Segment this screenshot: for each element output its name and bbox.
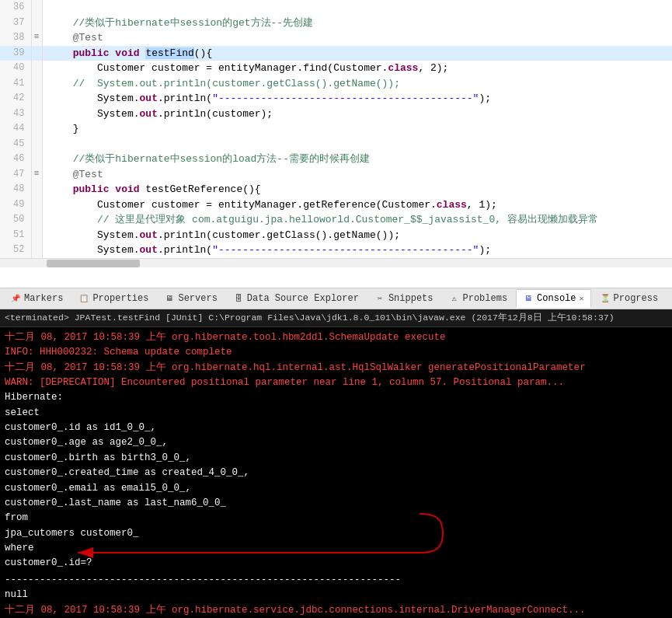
tab-datasource-label: Data Source Explorer xyxy=(247,293,359,304)
snippets-icon: ✂ xyxy=(374,293,385,304)
line-marker xyxy=(31,106,42,122)
tab-snippets-label: Snippets xyxy=(388,293,433,304)
line-marker xyxy=(31,137,42,152)
table-row: 38 ≡ @Test xyxy=(0,30,672,46)
code-line: } xyxy=(42,121,672,137)
tab-console-label: Console xyxy=(537,293,576,304)
tab-progress[interactable]: ⏳ Progress xyxy=(593,289,666,308)
line-marker: ≡ xyxy=(31,167,42,183)
console-area: <terminated> JPATest.testFind [JUnit] C:… xyxy=(0,309,672,618)
tab-servers[interactable]: 🖥 Servers xyxy=(157,289,224,308)
line-marker: ≡ xyxy=(31,30,42,46)
code-line: public void testFind(){ xyxy=(42,46,672,61)
close-icon[interactable]: ✕ xyxy=(580,294,584,303)
code-line: //类似于hibernate中session的load方法--需要的时候再创建 xyxy=(42,152,672,167)
scrollbar-thumb[interactable] xyxy=(47,260,140,267)
problems-icon: ⚠ xyxy=(449,293,460,304)
tab-snippets[interactable]: ✂ Snippets xyxy=(367,289,440,308)
tab-problems[interactable]: ⚠ Problems xyxy=(442,289,515,308)
servers-icon: 🖥 xyxy=(164,293,175,304)
console-header: <terminated> JPATest.testFind [JUnit] C:… xyxy=(0,309,672,327)
table-row: 52 System.out.println("-----------------… xyxy=(0,243,672,258)
line-number: 39 xyxy=(0,46,31,61)
tab-properties[interactable]: 📋 Properties xyxy=(71,289,155,308)
properties-icon: 📋 xyxy=(78,293,89,304)
table-row: 44 } xyxy=(0,121,672,137)
console-line-null: null xyxy=(5,588,667,602)
line-number: 40 xyxy=(0,61,31,76)
line-number: 43 xyxy=(0,106,31,122)
console-line: 十二月 08, 2017 10:58:39 上午 org.hibernate.t… xyxy=(5,330,667,345)
line-number: 42 xyxy=(0,91,31,106)
line-number: 44 xyxy=(0,121,31,137)
console-toolbar: 📌 Markers 📋 Properties 🖥 Servers 🗄 Data … xyxy=(0,288,672,309)
code-line xyxy=(42,137,672,152)
tab-progress-label: Progress xyxy=(614,293,659,304)
code-line: System.out.println(customer.getClass().g… xyxy=(42,228,672,243)
line-number: 47 xyxy=(0,167,31,183)
line-number: 45 xyxy=(0,137,31,152)
table-row: 41 // System.out.println(customer.getCla… xyxy=(0,76,672,92)
console-line-warn: WARN: [DEPRECATION] Encountered position… xyxy=(5,375,667,390)
line-marker xyxy=(31,46,42,61)
table-row: 45 xyxy=(0,137,672,152)
code-line: Customer customer = entityManager.find(C… xyxy=(42,61,672,76)
table-row: 47 ≡ @Test xyxy=(0,167,672,183)
line-number: 49 xyxy=(0,197,31,213)
code-line: @Test xyxy=(42,30,672,46)
line-number: 48 xyxy=(0,182,31,197)
datasource-icon: 🗄 xyxy=(233,293,244,304)
code-editor: 36 37 //类似于hibernate中session的get方法--先创建 … xyxy=(0,0,672,288)
horizontal-scrollbar[interactable] xyxy=(0,258,672,267)
table-row: 46 //类似于hibernate中session的load方法--需要的时候再… xyxy=(0,152,672,167)
line-number: 41 xyxy=(0,76,31,92)
console-line: customer0_.email as email5_0_0_, xyxy=(5,481,667,496)
console-line: jpa_cutomers customer0_ xyxy=(5,526,667,541)
table-row: 36 xyxy=(0,0,672,16)
line-marker xyxy=(31,197,42,213)
table-row: 40 Customer customer = entityManager.fin… xyxy=(0,61,672,76)
line-number: 37 xyxy=(0,16,31,31)
table-row: 51 System.out.println(customer.getClass(… xyxy=(0,228,672,243)
markers-icon: 📌 xyxy=(10,293,21,304)
line-number: 38 xyxy=(0,30,31,46)
code-line: System.out.println("--------------------… xyxy=(42,91,672,106)
console-line: customer0_.id=? xyxy=(5,556,667,571)
progress-icon: ⏳ xyxy=(600,293,611,304)
code-line: public void testGetReference(){ xyxy=(42,182,672,197)
code-line: Customer customer = entityManager.getRef… xyxy=(42,197,672,213)
line-marker xyxy=(31,228,42,243)
console-line-dashes: ----------------------------------------… xyxy=(5,573,667,588)
tab-markers[interactable]: 📌 Markers xyxy=(3,289,70,308)
console-line: customer0_.id as id1_0_0_, xyxy=(5,421,667,435)
line-marker xyxy=(31,152,42,167)
code-line xyxy=(42,0,672,16)
line-marker xyxy=(31,16,42,31)
tab-console[interactable]: 🖥 Console ✕ xyxy=(516,289,590,308)
tab-servers-label: Servers xyxy=(178,293,217,304)
table-row: 48 public void testGetReference(){ xyxy=(0,182,672,197)
line-marker xyxy=(31,243,42,258)
line-number: 36 xyxy=(0,0,31,16)
console-icon: 🖥 xyxy=(523,293,534,304)
console-line: where xyxy=(5,541,667,556)
line-number: 51 xyxy=(0,228,31,243)
console-line: customer0_.last_name as last_nam6_0_0_ xyxy=(5,496,667,511)
code-line: // 这里是代理对象 com.atguigu.jpa.helloworld.Cu… xyxy=(42,212,672,228)
console-line: Hibernate: xyxy=(5,390,667,405)
tab-datasource[interactable]: 🗄 Data Source Explorer xyxy=(226,289,366,308)
table-row: 39 public void testFind(){ xyxy=(0,46,672,61)
console-line: 十二月 08, 2017 10:58:39 上午 org.hibernate.h… xyxy=(5,361,667,375)
code-line: @Test xyxy=(42,167,672,183)
console-body: 十二月 08, 2017 10:58:39 上午 org.hibernate.t… xyxy=(0,327,672,618)
code-table: 36 37 //类似于hibernate中session的get方法--先创建 … xyxy=(0,0,672,258)
line-marker xyxy=(31,61,42,76)
console-line-created: customer0_.created_time as created_4_0_0… xyxy=(5,466,667,480)
code-line: // System.out.println(customer.getClass(… xyxy=(42,76,672,92)
console-line: customer0_.birth as birth3_0_0_, xyxy=(5,451,667,466)
code-line: System.out.println("--------------------… xyxy=(42,243,672,258)
tab-markers-label: Markers xyxy=(24,293,63,304)
table-row: 37 //类似于hibernate中session的get方法--先创建 xyxy=(0,16,672,31)
table-row: 43 System.out.println(customer); xyxy=(0,106,672,122)
tab-search[interactable]: 🔍 Search xyxy=(667,289,672,308)
